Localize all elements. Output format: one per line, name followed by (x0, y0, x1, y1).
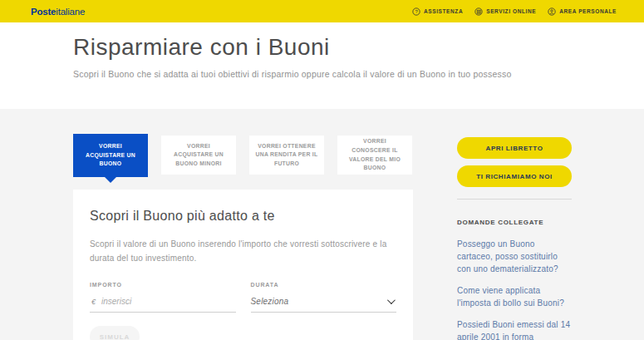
related-question-link[interactable]: Possiedi Buoni emessi dal 14 aprile 2001… (457, 318, 572, 340)
related-questions-heading: DOMANDE COLLEGATE (457, 219, 572, 226)
tab-label: VORREI ACQUISTARE UN BUONO (79, 142, 142, 169)
user-icon (548, 7, 556, 16)
tab-vorrei-ottenere-una-rendita[interactable]: VORREI OTTENERE UNA RENDITA PER IL FUTUR… (249, 136, 324, 175)
tab-vorrei-acquistare-un-buono-minori[interactable]: VORREI ACQUISTARE UN BUONO MINORI (161, 136, 236, 175)
tab-vorrei-acquistare-un-buono[interactable]: VORREI ACQUISTARE UN BUONO (73, 134, 148, 177)
tab-label: VORREI CONOSCERE IL VALORE DEL MIO BUONO (343, 137, 406, 172)
grid-icon (474, 7, 483, 16)
chevron-down-icon (387, 296, 396, 304)
simulator-card: Scopri il Buono più adatto a te Scopri i… (73, 190, 413, 340)
top-header-bar: Posteitaliane ? ASSISTENZA SERVIZI ONLIN… (0, 0, 644, 22)
apri-libretto-button[interactable]: APRI LIBRETTO (457, 137, 572, 159)
posteitaliane-logo[interactable]: Posteitaliane (31, 7, 85, 17)
main-column: VORREI ACQUISTARE UN BUONO VORREI ACQUIS… (73, 109, 413, 340)
sidebar-actions: APRI LIBRETTO TI RICHIAMIAMO NOI (457, 137, 572, 187)
simulator-form: IMPORTO € DURATA Seleziona (90, 282, 396, 313)
nav-assistenza[interactable]: ? ASSISTENZA (412, 7, 463, 16)
logo-italiane: italiane (56, 7, 85, 17)
importo-input[interactable] (101, 297, 235, 306)
help-icon: ? (412, 7, 420, 16)
durata-selected-value: Seleziona (251, 297, 289, 306)
nav-area-personale[interactable]: AREA PERSONALE (548, 7, 617, 16)
card-title: Scopri il Buono più adatto a te (90, 209, 396, 224)
durata-select[interactable]: Seleziona (251, 291, 397, 313)
svg-text:?: ? (415, 9, 418, 14)
simula-button[interactable]: SIMULA (90, 326, 140, 340)
tab-bar: VORREI ACQUISTARE UN BUONO VORREI ACQUIS… (73, 134, 413, 177)
euro-symbol: € (91, 298, 96, 306)
active-tab-pointer (105, 177, 116, 183)
tab-label: VORREI OTTENERE UNA RENDITA PER IL FUTUR… (255, 142, 318, 169)
header-nav: ? ASSISTENZA SERVIZI ONLINE AREA PERSONA… (412, 7, 617, 16)
page-subtitle: Scopri il Buono che si adatta ai tuoi ob… (73, 69, 644, 79)
importo-label: IMPORTO (90, 282, 236, 288)
related-question-link[interactable]: Posseggo un Buono cartaceo, posso sostit… (457, 238, 572, 275)
page-title: Risparmiare con i Buoni (73, 34, 644, 61)
sidebar-divider-top (457, 199, 572, 200)
content-area: VORREI ACQUISTARE UN BUONO VORREI ACQUIS… (0, 109, 644, 340)
nav-assistenza-label: ASSISTENZA (424, 8, 463, 14)
logo-poste: Poste (31, 7, 56, 17)
sidebar: APRI LIBRETTO TI RICHIAMIAMO NOI DOMANDE… (457, 109, 572, 340)
card-description: Scopri il valore di un Buono inserendo l… (90, 237, 396, 265)
hero-section: Risparmiare con i Buoni Scopri il Buono … (0, 22, 644, 109)
related-questions-list: Posseggo un Buono cartaceo, posso sostit… (457, 238, 572, 340)
durata-field-group: DURATA Seleziona (251, 282, 397, 313)
durata-label: DURATA (251, 282, 397, 288)
nav-area-personale-label: AREA PERSONALE (559, 8, 617, 14)
nav-servizi-online-label: SERVIZI ONLINE (486, 8, 536, 14)
importo-field-group: IMPORTO € (90, 282, 236, 313)
nav-servizi-online[interactable]: SERVIZI ONLINE (474, 7, 536, 16)
related-question-link[interactable]: Come viene applicata l'imposta di bollo … (457, 284, 572, 309)
tab-label: VORREI ACQUISTARE UN BUONO MINORI (167, 142, 230, 169)
tab-vorrei-conoscere-il-valore[interactable]: VORREI CONOSCERE IL VALORE DEL MIO BUONO (337, 136, 412, 175)
importo-control: € (90, 291, 236, 313)
ti-richiamiamo-noi-button[interactable]: TI RICHIAMIAMO NOI (457, 165, 572, 187)
